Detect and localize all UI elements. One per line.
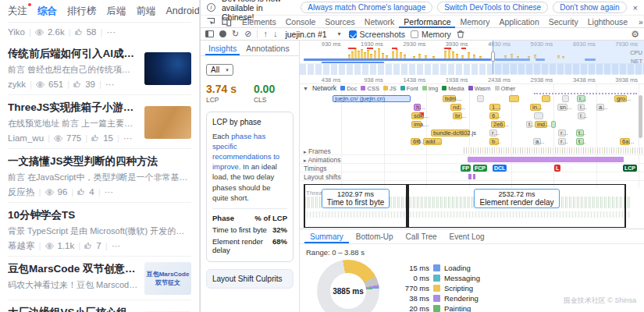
lcp-by-phase-card[interactable]: LCP by phase Each phase has specific rec… (206, 112, 294, 262)
timing-marker[interactable]: DCL (493, 165, 507, 172)
devtools-tab[interactable]: Network (360, 16, 400, 28)
inspect-icon[interactable] (204, 17, 218, 27)
article-item[interactable]: 豆包MarsCode 双节创意征文 码农大神看过来！豆包 Marscode 双节… (8, 256, 191, 300)
feed-nav-tab[interactable]: 后端 (107, 5, 126, 18)
record-button[interactable] (219, 30, 226, 37)
feed-nav-tab[interactable]: Android (166, 5, 200, 16)
network-request-bar[interactable]: r… (558, 138, 566, 145)
like-icon[interactable] (77, 188, 85, 196)
overview-unselected-region[interactable] (493, 41, 644, 74)
garbage-collect-icon[interactable] (457, 30, 464, 38)
article-title[interactable]: 一文搞懂JS类型判断的四种方法 (8, 154, 191, 168)
network-request-bar[interactable]: add… (423, 138, 442, 145)
reload-and-record-icon[interactable]: ↻ (232, 30, 239, 38)
network-request-bar[interactable]: l… (578, 112, 585, 119)
article-item[interactable]: 传统前后端如何引入AI成为AI全栈项目? ... 前言 曾经也想在自己的传统项目… (8, 41, 191, 94)
like-icon[interactable] (91, 134, 99, 142)
timing-marker[interactable]: LCP (623, 165, 637, 172)
network-request-bar[interactable]: sn… (557, 104, 568, 111)
animations-track[interactable]: ▸ Animations (300, 155, 644, 164)
author-name[interactable]: Liam_wu (8, 133, 44, 143)
article-thumbnail[interactable]: 豆包MarsCode 双节征文 (144, 262, 191, 295)
more-button[interactable]: ··· (123, 133, 133, 143)
banner-close-icon[interactable]: × (633, 3, 638, 12)
disclosure-icon[interactable]: ▸ (304, 158, 307, 163)
network-request-bar[interactable]: b… (489, 138, 499, 145)
more-button[interactable]: ··· (105, 80, 115, 89)
frames-track[interactable]: ▸ Frames (300, 147, 644, 155)
layout-shift-mark[interactable] (473, 174, 475, 179)
window-resize-handle[interactable] (491, 51, 495, 62)
network-request-bar[interactable]: sdk… (411, 112, 424, 119)
article-item[interactable]: ThreeJS实现推箱子小游戏【二】 在线预览地址 前言 上一篇主要介绍了怎么创… (8, 94, 191, 148)
details-tab[interactable]: Event Log (444, 229, 490, 243)
banner-action-button[interactable]: Always match Chrome's language (301, 2, 432, 13)
devtools-tab[interactable]: Lighthouse (583, 16, 632, 28)
network-request-bar[interactable]: t… (576, 129, 584, 136)
article-title[interactable]: 传统前后端如何引入AI成为AI全栈项目? ... (8, 47, 138, 61)
like-icon[interactable] (84, 242, 92, 250)
article-item[interactable]: 一文搞懂JS类型判断的四种方法 前言 在JavaScript中，类型判断是一个非… (8, 148, 191, 202)
banner-action-button[interactable]: Switch DevTools to Chinese (437, 2, 548, 13)
devtools-tab[interactable]: Security (544, 16, 583, 28)
like-icon[interactable] (73, 80, 81, 88)
network-request-bar[interactable]: br… (453, 112, 462, 119)
timing-marker[interactable]: FP (461, 165, 471, 172)
timeline-overview[interactable]: 930 ms1930 ms2930 ms3930 ms4930 ms5930 m… (300, 41, 644, 75)
article-item[interactable]: 大厂边缘组VS小厂核心组，要怎么选? 收到了2个Offer，一个大厂边缘组，一个… (8, 300, 191, 312)
network-request-bar[interactable]: nd… (450, 104, 461, 111)
devtools-tab[interactable]: Elements (237, 16, 281, 28)
collapse-arrow-icon[interactable]: ▼ (303, 86, 308, 91)
network-request-bar[interactable]: ind… (535, 121, 547, 128)
author-name[interactable]: 反应热 (8, 186, 35, 198)
insights-filter-select[interactable]: All▾ (206, 64, 233, 76)
device-toolbar-icon[interactable] (219, 17, 234, 27)
network-request-bar[interactable]: t… (526, 121, 532, 128)
network-request-bar[interactable]: t… (576, 138, 584, 145)
capture-settings-gear-icon[interactable]: ⚙ (631, 30, 639, 39)
article-title[interactable]: 10分钟学会TS (8, 208, 191, 222)
network-request-bar[interactable]: 1… (489, 104, 500, 111)
article-title[interactable]: 大厂边缘组VS小厂核心组，要怎么选? (8, 306, 138, 312)
details-tab[interactable]: Call Tree (400, 229, 443, 243)
network-request-bar[interactable]: bdm… (443, 95, 456, 102)
network-request-bar[interactable] (562, 95, 569, 102)
network-request-bar[interactable] (534, 112, 543, 119)
network-request-bar[interactable]: i… (577, 95, 585, 102)
clear-icon[interactable]: ⊘ (244, 30, 251, 38)
network-request-bar[interactable] (542, 95, 550, 102)
more-button[interactable]: ··· (107, 27, 116, 37)
more-tabs-button[interactable]: » (634, 16, 644, 28)
timing-marker[interactable]: FCP (473, 165, 487, 172)
network-request-bar[interactable] (551, 121, 556, 128)
feed-nav-tab[interactable]: 综合 (37, 5, 57, 18)
article-thumbnail[interactable] (144, 52, 191, 85)
network-request-bar[interactable]: h… (414, 104, 421, 111)
layout-shift-culprits-card[interactable]: Layout Shift Culprits (206, 269, 294, 289)
network-request-bar[interactable]: 6f6… (411, 138, 420, 145)
devtools-tab[interactable]: Memory (455, 16, 494, 28)
network-request-bar[interactable]: gro… (614, 95, 627, 102)
more-button[interactable]: ··· (112, 241, 121, 250)
layout-shifts-track[interactable]: Layout shifts (300, 172, 644, 181)
devtools-tab[interactable]: Performance (399, 16, 455, 28)
network-request-bar[interactable]: 2e6… (491, 121, 505, 128)
article-title[interactable]: 豆包MarsCode 双节创意征文 (8, 262, 138, 276)
feed-nav-tab[interactable]: 前端 (137, 5, 156, 18)
network-track-header[interactable]: ▼ Network DocCSSJSFontImgMediaWasmOther (300, 84, 644, 92)
network-request-bar[interactable] (477, 95, 484, 102)
devtools-tab[interactable]: Console (281, 16, 321, 28)
details-tab[interactable]: Summary (304, 229, 349, 243)
layout-shift-mark[interactable] (468, 174, 471, 179)
author-name[interactable]: 慕越寒 (8, 240, 35, 252)
timing-marker[interactable]: L (554, 165, 560, 172)
author-name[interactable]: Yiko (8, 27, 25, 37)
network-request-bar[interactable]: r… (489, 129, 497, 136)
banner-action-button[interactable]: Don't show again (553, 2, 626, 13)
load-profile-icon[interactable]: ↑ (263, 30, 268, 38)
feed-nav-tab[interactable]: 关注 (8, 5, 27, 18)
disclosure-icon[interactable]: ▸ (304, 149, 307, 154)
sidebar-tab[interactable]: Insights (205, 41, 240, 55)
details-tab[interactable]: Bottom-Up (350, 229, 399, 243)
network-request-bar[interactable]: a… (596, 104, 604, 111)
